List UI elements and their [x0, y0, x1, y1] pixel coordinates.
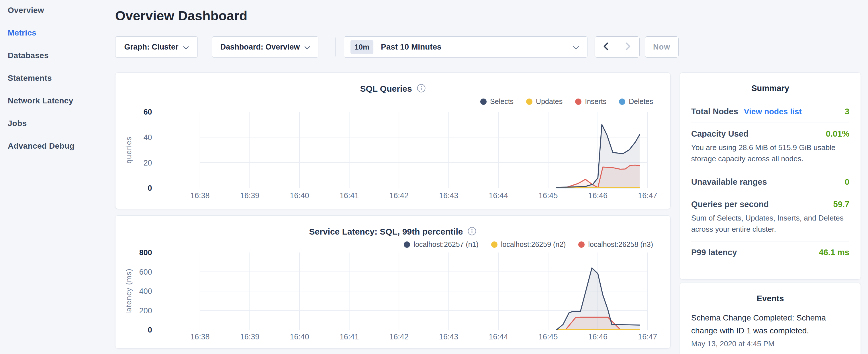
graph-scope-dropdown[interactable]: Graph: Cluster: [115, 36, 198, 58]
svg-text:16:45: 16:45: [538, 191, 558, 200]
sql-queries-chart-card: SQL Queries SelectsUpdatesInsertsDeletes…: [115, 72, 671, 209]
queries-per-second-label: Queries per second: [691, 200, 769, 209]
capacity-used-value: 0.01%: [826, 129, 849, 139]
dashboard-dropdown[interactable]: Dashboard: Overview: [212, 36, 318, 58]
svg-text:16:38: 16:38: [190, 191, 210, 200]
sidebar-nav: OverviewMetricsDatabasesStatementsNetwor…: [8, 6, 105, 165]
queries-per-second-description: Sum of Selects, Updates, Inserts, and De…: [691, 213, 849, 235]
service-latency-plot-area[interactable]: 16:3816:3916:4016:4116:4216:4316:4416:45…: [116, 216, 670, 348]
svg-text:queries: queries: [125, 136, 133, 164]
svg-text:16:43: 16:43: [439, 191, 458, 200]
event-message: Schema Change Completed: Schema change w…: [691, 311, 849, 337]
time-range-badge: 10m: [350, 40, 373, 54]
svg-text:16:42: 16:42: [389, 191, 408, 200]
summary-heading: Summary: [680, 84, 861, 93]
svg-text:16:39: 16:39: [240, 332, 259, 341]
svg-text:16:40: 16:40: [290, 332, 309, 341]
time-step-buttons: [595, 36, 640, 58]
svg-text:0: 0: [148, 184, 152, 192]
svg-text:200: 200: [139, 307, 152, 315]
svg-text:0: 0: [148, 326, 152, 334]
event-list-item[interactable]: Schema Change Completed: Schema change w…: [691, 311, 849, 348]
event-timestamp: May 13, 2020 at 4:45 PM: [691, 340, 849, 348]
capacity-used-label: Capacity Used: [691, 129, 748, 139]
svg-text:20: 20: [144, 159, 152, 167]
page-title: Overview Dashboard: [115, 8, 247, 24]
graph-scope-dropdown-label: Graph: Cluster: [124, 43, 178, 52]
chevron-left-icon: [603, 42, 608, 52]
chevron-right-icon: [626, 42, 631, 52]
svg-text:800: 800: [139, 248, 152, 257]
toolbar-divider: [335, 37, 336, 57]
svg-text:16:46: 16:46: [588, 332, 608, 341]
chevron-down-icon: [573, 45, 579, 51]
capacity-used-description: You are using 28.6 MiB of 515.9 GiB usab…: [691, 142, 849, 164]
svg-text:60: 60: [144, 108, 152, 116]
time-step-back-button[interactable]: [595, 37, 617, 57]
svg-text:16:47: 16:47: [638, 191, 657, 200]
svg-text:16:39: 16:39: [240, 191, 259, 200]
events-panel: Events Schema Change Completed: Schema c…: [680, 283, 861, 354]
total-nodes-label: Total Nodes: [691, 107, 738, 116]
svg-text:16:42: 16:42: [389, 332, 408, 341]
svg-text:latency (ms): latency (ms): [125, 268, 133, 314]
chevron-down-icon: [183, 43, 189, 52]
p99-latency-value: 46.1 ms: [819, 248, 849, 257]
service-latency-chart-card: Service Latency: SQL, 99th percentile lo…: [115, 215, 671, 349]
svg-text:16:40: 16:40: [290, 191, 309, 200]
p99-latency-label: P99 latency: [691, 248, 737, 257]
sidebar-item-network-latency[interactable]: Network Latency: [8, 97, 105, 105]
dashboard-dropdown-label: Dashboard: Overview: [220, 43, 300, 52]
unavailable-ranges-label: Unavailable ranges: [691, 177, 767, 187]
svg-text:16:45: 16:45: [538, 332, 558, 341]
svg-text:400: 400: [139, 287, 152, 296]
view-nodes-list-link[interactable]: View nodes list: [744, 107, 802, 116]
unavailable-ranges-value: 0: [845, 177, 849, 187]
sidebar-item-metrics[interactable]: Metrics: [8, 29, 105, 37]
svg-text:16:38: 16:38: [190, 332, 210, 341]
svg-text:16:41: 16:41: [340, 191, 359, 200]
time-range-selector[interactable]: 10m Past 10 Minutes: [344, 36, 587, 58]
summary-panel: Summary Total Nodes View nodes list 3 Ca…: [680, 72, 861, 280]
queries-per-second-value: 59.7: [833, 200, 849, 209]
time-step-forward-button[interactable]: [617, 37, 640, 57]
svg-text:16:44: 16:44: [489, 191, 508, 200]
chevron-down-icon: [304, 43, 310, 52]
total-nodes-value: 3: [845, 107, 849, 116]
sidebar-item-databases[interactable]: Databases: [8, 52, 105, 60]
svg-text:600: 600: [139, 268, 152, 277]
svg-text:16:44: 16:44: [489, 332, 508, 341]
sql-queries-plot-area[interactable]: 16:3816:3916:4016:4116:4216:4316:4416:45…: [116, 73, 670, 209]
svg-text:16:41: 16:41: [340, 332, 359, 341]
sidebar-item-overview[interactable]: Overview: [8, 6, 105, 14]
svg-text:16:46: 16:46: [588, 191, 608, 200]
svg-text:40: 40: [144, 133, 152, 142]
svg-text:16:47: 16:47: [638, 332, 657, 341]
sidebar-item-advanced-debug[interactable]: Advanced Debug: [8, 142, 105, 150]
sidebar-item-jobs[interactable]: Jobs: [8, 120, 105, 127]
sidebar-item-statements[interactable]: Statements: [8, 74, 105, 82]
events-heading: Events: [680, 294, 861, 303]
now-button[interactable]: Now: [645, 36, 679, 58]
svg-text:16:43: 16:43: [439, 332, 458, 341]
time-range-label: Past 10 Minutes: [381, 42, 442, 52]
